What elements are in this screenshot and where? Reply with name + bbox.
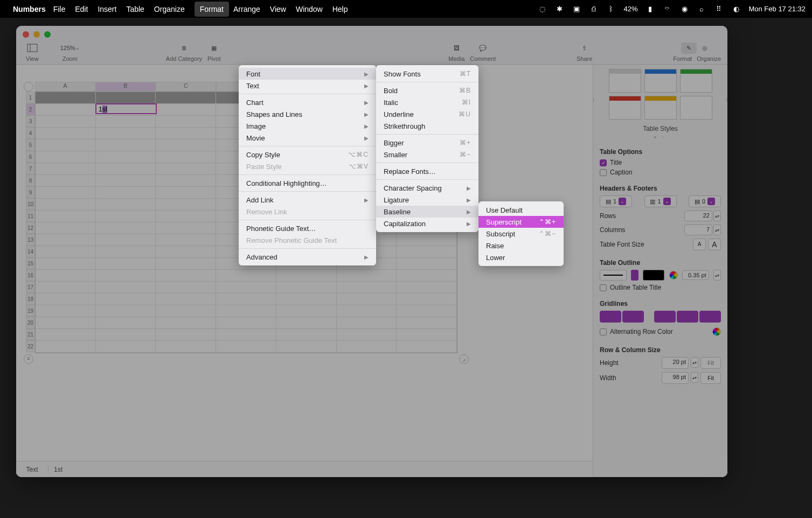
toolbar-zoom[interactable]: 125% ⌄ Zoom — [60, 41, 80, 62]
menu-view[interactable]: View — [270, 5, 286, 13]
toolbar-view[interactable]: View — [26, 41, 39, 62]
table-row[interactable] — [36, 282, 457, 293]
height-input[interactable]: 20 pt — [662, 357, 689, 369]
row-18[interactable]: 18 — [26, 293, 35, 305]
row-22[interactable]: 22 — [26, 340, 35, 352]
outline-width-stepper[interactable]: ▴▾ — [713, 270, 721, 281]
altrow-checkbox[interactable]: Alternating Row Color — [600, 328, 673, 335]
toolbar-comment[interactable]: 💬 Comment — [470, 41, 496, 62]
outline-width-input[interactable]: 0.35 pt — [682, 270, 709, 280]
row-16[interactable]: 16 — [26, 269, 35, 281]
row-12[interactable]: 12 — [26, 222, 35, 234]
menu-item-subscript[interactable]: Subscript⌃⌘− — [478, 228, 564, 240]
attachment-icon[interactable]: ⎙ — [589, 4, 599, 14]
styles-next-button[interactable]: › — [726, 95, 727, 103]
menu-item-strikethrough[interactable]: Strikethrough — [376, 120, 478, 132]
toolbar-organize-button[interactable]: ◎ — [697, 43, 713, 54]
rows-stepper[interactable]: ▴▾ — [713, 211, 721, 221]
row-4[interactable]: 4 — [26, 127, 35, 139]
wifi-icon[interactable]: ⌔ — [662, 4, 672, 14]
caption-checkbox[interactable]: Caption — [600, 169, 721, 176]
cell-editor[interactable]: 1st — [95, 103, 157, 114]
menu-item-smaller[interactable]: Smaller⌘− — [376, 149, 478, 160]
height-stepper[interactable]: ▴▾ — [691, 357, 698, 368]
table-corner-handle[interactable] — [24, 82, 33, 92]
outline-style-selector[interactable] — [600, 270, 627, 281]
user-icon[interactable]: ◉ — [679, 4, 689, 14]
menu-edit[interactable]: Edit — [75, 5, 88, 13]
toolbar-format-button[interactable]: ✎ — [681, 43, 697, 54]
row-15[interactable]: 15 — [26, 257, 35, 269]
col-C[interactable]: C — [156, 82, 216, 92]
menu-insert[interactable]: Insert — [98, 5, 116, 13]
menu-item-copy-style[interactable]: Copy Style⌥⌘C — [239, 149, 376, 160]
bluetooth-icon[interactable]: ᛒ — [606, 4, 616, 14]
battery-icon[interactable]: ▮ — [645, 4, 655, 14]
cols-input[interactable]: 7 — [684, 225, 712, 235]
table-row[interactable] — [36, 270, 457, 282]
row-14[interactable]: 14 — [26, 246, 35, 257]
menu-item-italic[interactable]: Italic⌘I — [376, 96, 478, 108]
minimize-window-button[interactable] — [33, 31, 40, 38]
menu-item-lower[interactable]: Lower — [478, 251, 564, 263]
menu-item-add-link[interactable]: Add Link▶ — [239, 194, 376, 206]
table-style-4[interactable] — [609, 96, 641, 120]
menu-item-image[interactable]: Image▶ — [239, 120, 376, 132]
app-icon[interactable]: ✱ — [554, 4, 564, 14]
menu-item-underline[interactable]: Underline⌘U — [376, 108, 478, 120]
formula-value[interactable]: 1st — [48, 466, 63, 473]
toolbar-share[interactable]: ⇪ Share — [577, 41, 592, 62]
menu-item-use-default[interactable]: Use Default — [478, 204, 564, 216]
resize-table-handle[interactable]: ⌟ — [459, 354, 469, 364]
menu-table[interactable]: Table — [126, 5, 144, 13]
menu-item-phonetic-guide-text-[interactable]: Phonetic Guide Text… — [239, 222, 376, 234]
row-8[interactable]: 8 — [26, 174, 35, 186]
table-style-1[interactable] — [609, 69, 641, 93]
outline-color-well[interactable] — [643, 270, 664, 281]
menu-item-show-fonts[interactable]: Show Fonts⌘T — [376, 68, 478, 80]
menu-item-superscript[interactable]: Superscript⌃⌘+ — [478, 216, 564, 228]
menu-item-advanced[interactable]: Advanced▶ — [239, 251, 376, 263]
close-window-button[interactable] — [23, 31, 29, 38]
row-6[interactable]: 6 — [26, 151, 35, 163]
spotlight-icon[interactable]: ⌕ — [697, 4, 706, 14]
row-13[interactable]: 13 — [26, 234, 35, 246]
menu-format[interactable]: Format — [195, 2, 229, 17]
menu-item-baseline[interactable]: Baseline▶ — [376, 206, 478, 218]
zoom-window-button[interactable] — [44, 31, 51, 38]
styles-prev-button[interactable]: ‹ — [593, 95, 595, 103]
row-21[interactable]: 21 — [26, 328, 35, 340]
footer-rows-selector[interactable]: ▤ 0⌄ — [689, 195, 721, 207]
width-input[interactable]: 98 pt — [662, 372, 689, 384]
width-fit-button[interactable]: Fit — [700, 372, 721, 384]
title-checkbox[interactable]: ✓Title — [600, 159, 721, 166]
menu-item-capitalization[interactable]: Capitalization▶ — [376, 218, 478, 229]
rows-input[interactable]: 22 — [684, 211, 712, 221]
row-7[interactable]: 7 — [26, 163, 35, 174]
cloud-icon[interactable]: ◌ — [537, 4, 547, 14]
table-row[interactable] — [36, 341, 457, 353]
cols-stepper[interactable]: ▴▾ — [713, 225, 721, 235]
fontsize-bigger-button[interactable]: A — [708, 239, 721, 250]
header-cols-selector[interactable]: ▥ 1⌄ — [644, 195, 677, 207]
height-fit-button[interactable]: Fit — [700, 357, 721, 369]
row-17[interactable]: 17 — [26, 281, 35, 293]
styles-page-dots[interactable]: ● ○ — [600, 135, 721, 139]
table-style-3[interactable] — [680, 69, 712, 93]
table-style-2[interactable] — [644, 69, 677, 93]
outline-style-chevron-icon[interactable] — [631, 270, 639, 281]
toolbar-add-category[interactable]: ≣ Add Category — [166, 41, 202, 62]
table-style-6[interactable] — [680, 96, 712, 120]
menu-item-replace-fonts-[interactable]: Replace Fonts… — [376, 165, 478, 177]
battery-percent[interactable]: 42% — [623, 5, 637, 13]
header-rows-selector[interactable]: ▤ 1⌄ — [600, 195, 632, 207]
gridlines-footer-button[interactable] — [699, 311, 721, 323]
menubar-datetime[interactable]: Mon Feb 17 21:32 — [748, 5, 806, 13]
width-stepper[interactable]: ▴▾ — [691, 372, 698, 383]
control-center-icon[interactable]: ⠿ — [714, 4, 724, 14]
gridlines-horiz-button[interactable] — [600, 311, 621, 323]
menu-organize[interactable]: Organize — [154, 5, 185, 13]
menu-window[interactable]: Window — [296, 5, 323, 13]
table-row[interactable] — [36, 317, 457, 329]
toolbar-pivot[interactable]: ▦ Pivot — [207, 41, 220, 62]
